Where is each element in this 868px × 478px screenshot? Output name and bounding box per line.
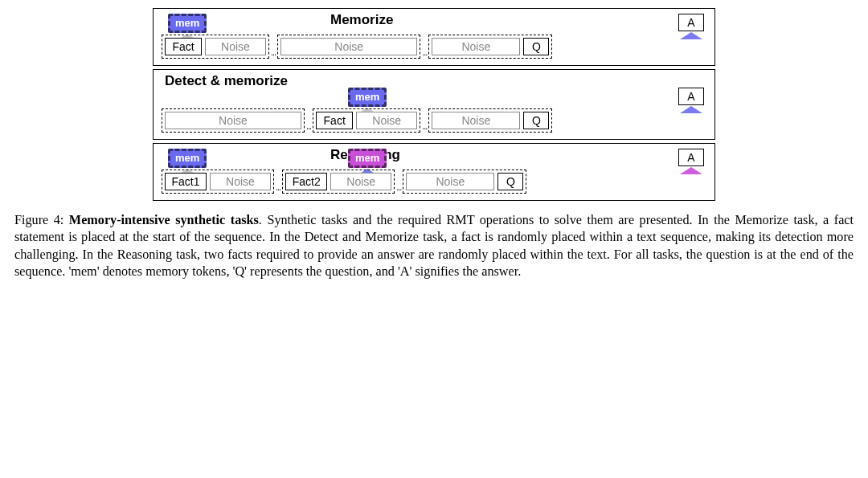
token-group: Noise Q	[403, 170, 526, 194]
ellipsis: ...	[420, 47, 428, 57]
noise-token: Noise	[356, 112, 417, 129]
token-group: Fact Noise	[313, 108, 420, 133]
token-group: Noise	[162, 108, 305, 133]
noise-token: Noise	[280, 38, 417, 55]
figure: Memorize mem A Fact Noise	[14, 8, 854, 281]
ellipsis: ...	[274, 182, 282, 192]
diagram-panels: Memorize mem A Fact Noise	[153, 8, 715, 201]
ellipsis: ...	[420, 121, 428, 131]
token-group: Noise Q	[428, 108, 552, 133]
fact-token: Fact1	[165, 173, 207, 190]
mem-token: mem	[168, 149, 207, 168]
noise-token: Noise	[165, 112, 301, 129]
ellipsis: ...	[269, 47, 277, 57]
answer-token: A	[678, 88, 704, 105]
mem-token: mem	[348, 149, 387, 168]
noise-token: Noise	[330, 173, 391, 190]
question-token: Q	[523, 38, 549, 55]
mem-token: mem	[348, 88, 387, 107]
noise-token: Noise	[432, 112, 520, 129]
fact-token: Fact	[165, 38, 202, 55]
panel-detect-memorize: Detect & memorize mem A Noise ...	[153, 69, 715, 140]
figure-caption: Figure 4: Memory-intensive synthetic tas…	[14, 212, 854, 281]
fact-token: Fact	[316, 112, 353, 129]
token-group: Fact2 Noise	[282, 170, 395, 194]
question-token: Q	[497, 173, 523, 190]
ellipsis: ...	[305, 121, 313, 131]
mem-token: mem	[168, 14, 207, 33]
panel-memorize: Memorize mem A Fact Noise	[153, 8, 715, 66]
caption-title: Memory-intensive synthetic tasks	[69, 213, 259, 227]
answer-token: A	[678, 149, 704, 166]
token-group: Noise Q	[428, 35, 552, 59]
ellipsis: ...	[395, 182, 403, 192]
token-group: Fact Noise	[162, 35, 269, 59]
question-token: Q	[523, 112, 549, 129]
token-group: Noise	[277, 35, 420, 59]
noise-token: Noise	[210, 173, 271, 190]
token-group: Fact1 Noise	[162, 170, 274, 194]
caption-lead: Figure 4:	[14, 213, 69, 227]
fact-token: Fact2	[285, 173, 327, 190]
panel-reasoning: Reasoning mem mem A	[153, 143, 715, 201]
answer-token: A	[678, 14, 704, 31]
noise-token: Noise	[432, 38, 520, 55]
noise-token: Noise	[205, 38, 266, 55]
noise-token: Noise	[406, 173, 494, 190]
